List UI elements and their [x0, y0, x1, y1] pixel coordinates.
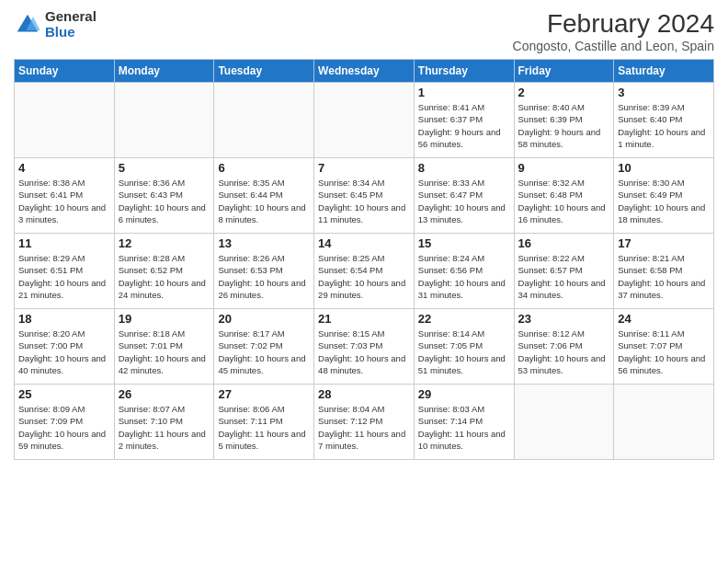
day-number: 12	[119, 236, 210, 250]
calendar-cell	[214, 83, 314, 158]
calendar-cell: 11Sunrise: 8:29 AM Sunset: 6:51 PM Dayli…	[15, 234, 115, 309]
day-number: 6	[218, 161, 310, 175]
calendar-cell: 17Sunrise: 8:21 AM Sunset: 6:58 PM Dayli…	[614, 234, 714, 309]
subtitle: Congosto, Castille and Leon, Spain	[513, 39, 714, 53]
day-info: Sunrise: 8:07 AM Sunset: 7:10 PM Dayligh…	[119, 403, 210, 452]
day-info: Sunrise: 8:32 AM Sunset: 6:48 PM Dayligh…	[518, 177, 610, 225]
calendar-cell: 5Sunrise: 8:36 AM Sunset: 6:43 PM Daylig…	[114, 158, 214, 234]
calendar-cell: 28Sunrise: 8:04 AM Sunset: 7:12 PM Dayli…	[314, 385, 415, 460]
day-info: Sunrise: 8:34 AM Sunset: 6:45 PM Dayligh…	[318, 177, 410, 225]
calendar-cell: 4Sunrise: 8:38 AM Sunset: 6:41 PM Daylig…	[15, 158, 115, 234]
day-number: 17	[618, 236, 710, 250]
calendar-cell: 7Sunrise: 8:34 AM Sunset: 6:45 PM Daylig…	[314, 158, 415, 234]
day-info: Sunrise: 8:39 AM Sunset: 6:40 PM Dayligh…	[618, 101, 710, 150]
day-number: 27	[218, 387, 310, 401]
calendar-week-row: 11Sunrise: 8:29 AM Sunset: 6:51 PM Dayli…	[15, 234, 714, 309]
logo-icon	[14, 11, 41, 39]
header: General Blue February 2024 Congosto, Cas…	[14, 9, 714, 53]
day-number: 22	[418, 312, 510, 326]
day-number: 21	[318, 312, 410, 326]
logo-blue: Blue	[45, 25, 97, 40]
day-info: Sunrise: 8:21 AM Sunset: 6:58 PM Dayligh…	[618, 252, 710, 301]
day-info: Sunrise: 8:38 AM Sunset: 6:41 PM Dayligh…	[18, 177, 110, 225]
day-info: Sunrise: 8:30 AM Sunset: 6:49 PM Dayligh…	[618, 177, 710, 225]
title-block: February 2024 Congosto, Castille and Leo…	[513, 9, 714, 53]
calendar-cell	[15, 83, 115, 158]
calendar-cell	[514, 385, 614, 460]
calendar-week-row: 25Sunrise: 8:09 AM Sunset: 7:09 PM Dayli…	[15, 385, 714, 460]
day-number: 9	[518, 161, 610, 175]
day-info: Sunrise: 8:29 AM Sunset: 6:51 PM Dayligh…	[18, 252, 110, 301]
calendar-cell	[114, 83, 214, 158]
day-number: 15	[418, 236, 510, 250]
calendar-week-row: 18Sunrise: 8:20 AM Sunset: 7:00 PM Dayli…	[15, 309, 714, 385]
day-number: 1	[418, 86, 510, 99]
day-number: 13	[218, 236, 310, 250]
calendar-week-row: 4Sunrise: 8:38 AM Sunset: 6:41 PM Daylig…	[15, 158, 714, 234]
calendar-cell: 26Sunrise: 8:07 AM Sunset: 7:10 PM Dayli…	[114, 385, 214, 460]
day-number: 4	[18, 161, 110, 175]
day-number: 23	[518, 312, 610, 326]
day-info: Sunrise: 8:14 AM Sunset: 7:05 PM Dayligh…	[418, 327, 510, 376]
calendar-cell: 18Sunrise: 8:20 AM Sunset: 7:00 PM Dayli…	[15, 309, 115, 385]
day-number: 18	[18, 312, 110, 326]
day-number: 8	[418, 161, 510, 175]
weekday-header: Friday	[514, 60, 614, 83]
calendar-cell: 21Sunrise: 8:15 AM Sunset: 7:03 PM Dayli…	[314, 309, 415, 385]
day-info: Sunrise: 8:36 AM Sunset: 6:43 PM Dayligh…	[119, 177, 210, 225]
day-number: 11	[18, 236, 110, 250]
calendar-cell: 6Sunrise: 8:35 AM Sunset: 6:44 PM Daylig…	[214, 158, 314, 234]
day-number: 14	[318, 236, 410, 250]
logo-text: General Blue	[45, 9, 97, 40]
logo-general: General	[45, 9, 97, 25]
calendar-cell: 3Sunrise: 8:39 AM Sunset: 6:40 PM Daylig…	[614, 83, 714, 158]
calendar-cell: 14Sunrise: 8:25 AM Sunset: 6:54 PM Dayli…	[314, 234, 415, 309]
day-info: Sunrise: 8:06 AM Sunset: 7:11 PM Dayligh…	[218, 403, 310, 452]
day-number: 28	[318, 387, 410, 401]
calendar-cell: 27Sunrise: 8:06 AM Sunset: 7:11 PM Dayli…	[214, 385, 314, 460]
day-info: Sunrise: 8:15 AM Sunset: 7:03 PM Dayligh…	[318, 327, 410, 376]
calendar-cell: 29Sunrise: 8:03 AM Sunset: 7:14 PM Dayli…	[414, 385, 514, 460]
weekday-header: Sunday	[15, 60, 115, 83]
main-title: February 2024	[513, 9, 714, 39]
calendar-cell: 24Sunrise: 8:11 AM Sunset: 7:07 PM Dayli…	[614, 309, 714, 385]
weekday-header: Wednesday	[314, 60, 415, 83]
calendar-cell: 23Sunrise: 8:12 AM Sunset: 7:06 PM Dayli…	[514, 309, 614, 385]
logo: General Blue	[14, 9, 97, 40]
calendar-cell: 2Sunrise: 8:40 AM Sunset: 6:39 PM Daylig…	[514, 83, 614, 158]
day-number: 2	[518, 86, 610, 99]
day-info: Sunrise: 8:26 AM Sunset: 6:53 PM Dayligh…	[218, 252, 310, 301]
weekday-header: Monday	[114, 60, 214, 83]
calendar-cell: 16Sunrise: 8:22 AM Sunset: 6:57 PM Dayli…	[514, 234, 614, 309]
calendar-cell: 20Sunrise: 8:17 AM Sunset: 7:02 PM Dayli…	[214, 309, 314, 385]
day-info: Sunrise: 8:12 AM Sunset: 7:06 PM Dayligh…	[518, 327, 610, 376]
day-number: 20	[218, 312, 310, 326]
day-info: Sunrise: 8:33 AM Sunset: 6:47 PM Dayligh…	[418, 177, 510, 225]
calendar-cell: 1Sunrise: 8:41 AM Sunset: 6:37 PM Daylig…	[414, 83, 514, 158]
day-info: Sunrise: 8:40 AM Sunset: 6:39 PM Dayligh…	[518, 101, 610, 150]
day-number: 10	[618, 161, 710, 175]
day-number: 3	[618, 86, 710, 99]
calendar-cell: 10Sunrise: 8:30 AM Sunset: 6:49 PM Dayli…	[614, 158, 714, 234]
day-info: Sunrise: 8:28 AM Sunset: 6:52 PM Dayligh…	[119, 252, 210, 301]
calendar-cell	[614, 385, 714, 460]
calendar-cell: 25Sunrise: 8:09 AM Sunset: 7:09 PM Dayli…	[15, 385, 115, 460]
day-info: Sunrise: 8:09 AM Sunset: 7:09 PM Dayligh…	[18, 403, 110, 452]
calendar-cell: 19Sunrise: 8:18 AM Sunset: 7:01 PM Dayli…	[114, 309, 214, 385]
day-info: Sunrise: 8:24 AM Sunset: 6:56 PM Dayligh…	[418, 252, 510, 301]
day-info: Sunrise: 8:18 AM Sunset: 7:01 PM Dayligh…	[119, 327, 210, 376]
day-info: Sunrise: 8:03 AM Sunset: 7:14 PM Dayligh…	[418, 403, 510, 452]
day-info: Sunrise: 8:17 AM Sunset: 7:02 PM Dayligh…	[218, 327, 310, 376]
day-info: Sunrise: 8:22 AM Sunset: 6:57 PM Dayligh…	[518, 252, 610, 301]
calendar-cell: 13Sunrise: 8:26 AM Sunset: 6:53 PM Dayli…	[214, 234, 314, 309]
calendar-cell: 9Sunrise: 8:32 AM Sunset: 6:48 PM Daylig…	[514, 158, 614, 234]
day-number: 7	[318, 161, 410, 175]
day-number: 5	[119, 161, 210, 175]
page: General Blue February 2024 Congosto, Cas…	[0, 0, 728, 563]
day-number: 19	[119, 312, 210, 326]
day-number: 25	[18, 387, 110, 401]
weekday-header: Saturday	[614, 60, 714, 83]
day-info: Sunrise: 8:04 AM Sunset: 7:12 PM Dayligh…	[318, 403, 410, 452]
day-number: 26	[119, 387, 210, 401]
weekday-header: Thursday	[414, 60, 514, 83]
